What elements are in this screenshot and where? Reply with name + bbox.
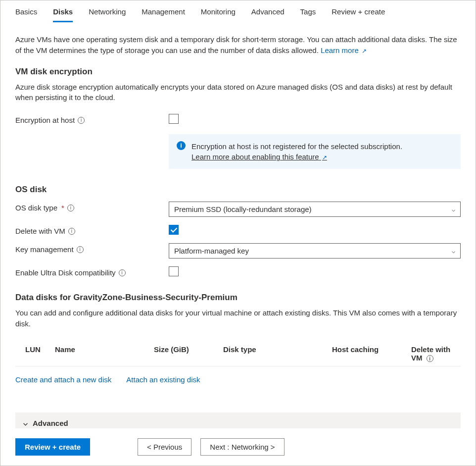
col-size: Size (GiB) — [154, 345, 223, 362]
encryption-at-host-label: Encryption at host i — [15, 114, 169, 124]
info-icon[interactable]: i — [77, 246, 84, 253]
create-disk-link[interactable]: Create and attach a new disk — [15, 375, 111, 384]
data-disks-heading: Data disks for GravityZone-Business-Secu… — [0, 282, 476, 306]
footer-bar: Review + create < Previous Next : Networ… — [0, 428, 476, 466]
col-type: Disk type — [223, 345, 332, 362]
delete-with-vm-checkbox[interactable] — [169, 225, 179, 235]
info-icon[interactable]: i — [119, 269, 126, 276]
os-disk-type-label: OS disk type* i — [15, 202, 169, 212]
tab-review-create[interactable]: Review + create — [332, 7, 385, 22]
tab-advanced[interactable]: Advanced — [251, 7, 285, 22]
learn-more-link[interactable]: Learn more ↗ — [321, 46, 367, 54]
external-link-icon: ↗ — [322, 154, 327, 161]
col-cache: Host caching — [332, 345, 411, 362]
tab-tags[interactable]: Tags — [300, 7, 316, 22]
data-disks-desc: You can add and configure additional dat… — [0, 306, 476, 336]
chevron-down-icon: ⌵ — [452, 248, 455, 255]
key-management-label: Key management i — [15, 243, 169, 254]
info-icon[interactable]: i — [68, 228, 75, 235]
os-disk-type-select[interactable]: Premium SSD (locally-redundant storage) … — [169, 202, 461, 217]
vm-disk-encryption-heading: VM disk encryption — [0, 56, 476, 80]
intro-text: Azure VMs have one operating system disk… — [0, 22, 476, 56]
ultra-disk-checkbox[interactable] — [169, 266, 179, 276]
data-disks-table: LUN Name Size (GiB) Disk type Host cachi… — [15, 341, 461, 367]
review-create-button[interactable]: Review + create — [15, 438, 90, 456]
encryption-info-text: Encryption at host is not registered for… — [191, 141, 402, 152]
chevron-down-icon: ⌵ — [452, 206, 455, 213]
encryption-info-box: i Encryption at host is not registered f… — [169, 134, 461, 169]
tab-monitoring[interactable]: Monitoring — [201, 7, 236, 22]
ultra-disk-label: Enable Ultra Disk compatibility i — [15, 266, 169, 277]
col-delete: Delete with VM i — [411, 345, 461, 362]
info-icon[interactable]: i — [427, 355, 433, 362]
encryption-at-host-checkbox[interactable] — [169, 114, 179, 124]
chevron-down-icon: ⌵ — [23, 418, 28, 427]
info-icon[interactable]: i — [78, 117, 85, 124]
previous-button[interactable]: < Previous — [138, 438, 191, 456]
tab-networking[interactable]: Networking — [89, 7, 126, 22]
col-name: Name — [55, 345, 154, 362]
encryption-info-link[interactable]: Learn more about enabling this feature ↗ — [191, 153, 327, 161]
key-management-select[interactable]: Platform-managed key ⌵ — [169, 243, 461, 259]
tab-bar: Basics Disks Networking Management Monit… — [0, 0, 476, 22]
external-link-icon: ↗ — [362, 48, 367, 54]
next-button[interactable]: Next : Networking > — [200, 438, 284, 456]
tab-management[interactable]: Management — [142, 7, 185, 22]
col-lun: LUN — [15, 345, 55, 362]
attach-disk-link[interactable]: Attach an existing disk — [126, 375, 200, 384]
info-circle-icon: i — [177, 141, 186, 150]
os-disk-heading: OS disk — [0, 174, 476, 198]
info-icon[interactable]: i — [67, 205, 74, 211]
tab-disks[interactable]: Disks — [53, 7, 73, 22]
tab-basics[interactable]: Basics — [15, 7, 37, 22]
delete-with-vm-label: Delete with VM i — [15, 225, 169, 235]
vm-disk-encryption-desc: Azure disk storage encryption automatica… — [0, 80, 476, 110]
